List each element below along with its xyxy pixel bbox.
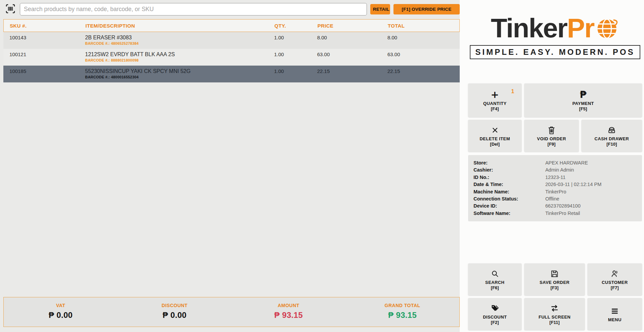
info-label: Software Name: xyxy=(473,210,545,217)
retail-mode-button[interactable]: RETAIL xyxy=(370,4,390,14)
grand-total-label: GRAND TOTAL xyxy=(385,303,420,308)
vat-label: VAT xyxy=(56,303,65,308)
session-info-panel: Store: APEX HARDWARE Cashier: Admin Admi… xyxy=(468,155,642,221)
info-label: ID No.: xyxy=(473,174,545,181)
info-value: 2026-03-11 | 02:12:14 PM xyxy=(545,181,601,188)
vat-value: ₱ 0.00 xyxy=(49,310,73,320)
item-name: 55230NISSINCUP YAKI CK SPCY MNI 52G xyxy=(85,68,271,74)
void-order-button[interactable]: VOID ORDER [F9] xyxy=(524,120,579,152)
info-label: Store: xyxy=(473,159,545,167)
x-icon xyxy=(491,125,499,136)
search-toolbar: RETAIL [F1] OVERRIDE PRICE xyxy=(4,3,460,15)
customer-shortcut: [F7] xyxy=(611,285,619,290)
info-label: Connection Status: xyxy=(473,195,545,202)
search-input[interactable] xyxy=(20,3,367,15)
table-row[interactable]: 100143 2B ERASER #3083 BARCODE #.: 48065… xyxy=(3,32,460,49)
info-row-device: Device ID: 6623702894100 xyxy=(473,202,637,210)
item-sku: 100143 xyxy=(3,35,82,49)
item-sku: 100185 xyxy=(3,68,82,82)
column-header-total: TOTAL xyxy=(385,23,459,29)
void-order-shortcut: [F9] xyxy=(547,142,556,147)
cash-drawer-button[interactable]: CASH DRAWER [F10] xyxy=(581,120,642,152)
customer-icon xyxy=(610,268,619,279)
right-panel: TinkerPr SIMPLE. EASY. MODERN. POS 1 xyxy=(460,0,644,332)
trash-icon xyxy=(547,125,556,136)
table-row-selected[interactable]: 100185 55230NISSINCUP YAKI CK SPCY MNI 5… xyxy=(3,66,460,82)
table-header: SKU #. ITEM/DESCRIPTION QTY. PRICE TOTAL xyxy=(3,19,460,32)
column-header-sku: SKU #. xyxy=(4,23,83,29)
discount-value: ₱ 0.00 xyxy=(163,310,187,320)
info-row-software: Software Name: TinkerPro Retail xyxy=(473,210,637,217)
logo-wordmark: TinkerPr xyxy=(468,13,642,43)
discount-total: DISCOUNT ₱ 0.00 xyxy=(118,297,232,327)
search-label: SEARCH xyxy=(485,280,504,285)
info-value: TinkerPro xyxy=(545,188,566,195)
item-qty: 1.00 xyxy=(271,68,314,82)
logo-text-orange: Pr xyxy=(567,14,594,42)
discount-label: DISCOUNT xyxy=(483,315,507,320)
discount-shortcut: [F2] xyxy=(491,320,499,325)
order-items-table: SKU #. ITEM/DESCRIPTION QTY. PRICE TOTAL… xyxy=(3,19,460,82)
info-row-store: Store: APEX HARDWARE xyxy=(473,159,637,167)
column-header-price: PRICE xyxy=(315,23,385,29)
search-button[interactable]: SEARCH [F6] xyxy=(468,263,522,295)
grand-total: GRAND TOTAL ₱ 93.15 xyxy=(345,297,459,327)
discount-tag-icon xyxy=(491,303,499,314)
barcode-scan-icon xyxy=(5,3,16,15)
save-order-button[interactable]: SAVE ORDER [F3] xyxy=(524,263,585,295)
info-label: Device ID: xyxy=(473,202,545,210)
customer-button[interactable]: CUSTOMER [F7] xyxy=(588,263,642,295)
secondary-actions-grid: SEARCH [F6] SAVE ORDER [F3] xyxy=(468,263,642,330)
info-row-datetime: Date & Time: 2026-03-11 | 02:12:14 PM xyxy=(473,181,637,188)
amount-value: ₱ 93.15 xyxy=(274,310,303,320)
menu-button[interactable]: MENU xyxy=(588,298,642,330)
plus-icon: + xyxy=(491,89,499,100)
item-qty: 1.00 xyxy=(271,51,314,66)
amount-total: AMOUNT ₱ 93.15 xyxy=(232,297,346,327)
logo-text-dark: Tinker xyxy=(491,14,567,42)
payment-shortcut: [F5] xyxy=(579,106,587,111)
item-total: 22.15 xyxy=(385,68,460,82)
info-value: TinkerPro Retail xyxy=(545,210,580,217)
info-value: Admin Admin xyxy=(545,167,574,174)
quantity-label: QUANTITY xyxy=(483,101,507,106)
cash-drawer-label: CASH DRAWER xyxy=(595,136,629,141)
item-description-cell: 2B ERASER #3083 BARCODE #.: 480652527838… xyxy=(82,35,271,49)
tinkerpro-logo: TinkerPr SIMPLE. EASY. MODERN. POS xyxy=(468,13,642,59)
override-price-button[interactable]: [F1] OVERRIDE PRICE xyxy=(393,4,460,14)
payment-button[interactable]: ₱ PAYMENT [F5] xyxy=(524,83,642,117)
item-price: 22.15 xyxy=(314,68,385,82)
item-barcode: BARCODE #.: 4800016552304 xyxy=(85,75,271,79)
table-row[interactable]: 100121 1212SW2 EVRDY BATT BLK AAA 2S BAR… xyxy=(3,49,460,66)
discount-button[interactable]: DISCOUNT [F2] xyxy=(468,298,522,330)
full-screen-button[interactable]: FULL SCREEN [F11] xyxy=(524,298,585,330)
item-price: 63.00 xyxy=(314,51,385,66)
save-order-label: SAVE ORDER xyxy=(540,280,570,285)
full-screen-label: FULL SCREEN xyxy=(538,315,570,320)
void-order-label: VOID ORDER xyxy=(537,136,566,141)
hamburger-menu-icon xyxy=(610,306,619,317)
info-label: Machine Name: xyxy=(473,188,545,195)
delete-item-shortcut: [Del] xyxy=(490,142,500,147)
delete-item-button[interactable]: DELETE ITEM [Del] xyxy=(468,120,522,152)
cash-drawer-shortcut: [F10] xyxy=(606,142,617,147)
item-sku: 100121 xyxy=(3,51,82,66)
customer-label: CUSTOMER xyxy=(602,280,628,285)
barcode-scan-button[interactable] xyxy=(4,3,17,15)
item-name: 1212SW2 EVRDY BATT BLK AAA 2S xyxy=(85,51,271,58)
peso-icon: ₱ xyxy=(580,89,586,100)
quantity-shortcut: [F4] xyxy=(491,106,499,111)
delete-item-label: DELETE ITEM xyxy=(480,136,510,141)
swap-arrows-icon xyxy=(550,303,559,314)
search-icon xyxy=(491,268,499,279)
item-barcode: BARCODE #.: 4806525278384 xyxy=(85,41,271,45)
column-header-qty: QTY. xyxy=(272,23,315,29)
grand-total-value: ₱ 93.15 xyxy=(388,310,417,320)
info-row-id: ID No.: 12323-11 xyxy=(473,174,637,181)
menu-label: MENU xyxy=(608,317,621,322)
quantity-button[interactable]: 1 + QUANTITY [F4] xyxy=(468,83,522,117)
item-barcode: BARCODE #.: 8888021800098 xyxy=(85,58,271,62)
logo-tagline: SIMPLE. EASY. MODERN. POS xyxy=(470,45,640,59)
item-name: 2B ERASER #3083 xyxy=(85,35,271,41)
quantity-badge: 1 xyxy=(511,88,514,95)
